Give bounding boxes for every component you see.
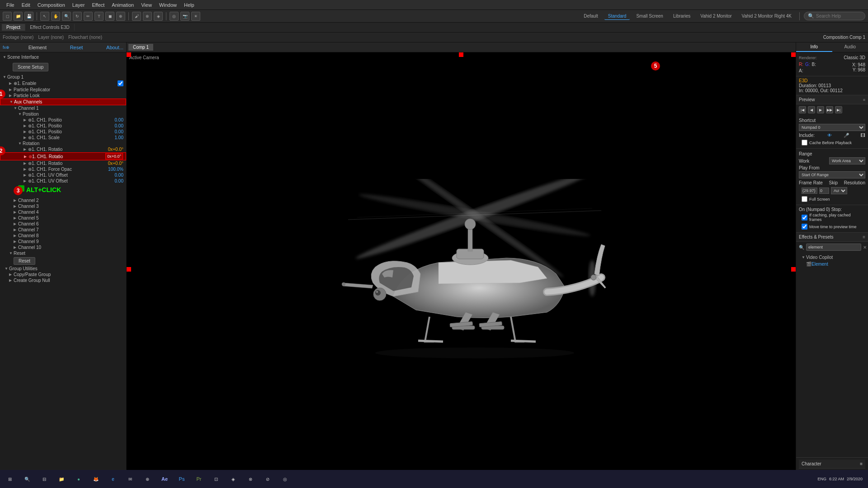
channel9-item[interactable]: ▶ Channel 9 [0, 239, 126, 244]
search-taskbar-btn[interactable]: 🔍 [19, 471, 35, 487]
menu-file[interactable]: File [3, 2, 18, 8]
res-select[interactable]: Auto [831, 187, 847, 194]
explorer-btn[interactable]: 📁 [53, 471, 70, 487]
shape-tool[interactable]: ◼ [105, 12, 114, 21]
menu-help[interactable]: Help [180, 2, 198, 8]
menu-layer[interactable]: Layer [69, 2, 89, 8]
app5-btn[interactable]: ⊘ [259, 471, 276, 487]
open-btn[interactable]: 📁 [14, 12, 23, 21]
camera-tool[interactable]: 📷 [180, 12, 189, 21]
fullscreen-checkbox[interactable] [802, 196, 807, 202]
prev-back-btn[interactable]: ◀ [808, 106, 815, 113]
particle-look-item[interactable]: ▶ Particle Look [0, 93, 126, 99]
shortcut-select[interactable]: Numpad 0 [799, 124, 865, 131]
rotation-item[interactable]: ▼ Rotation [0, 141, 126, 146]
search-box[interactable]: 🔍 [804, 12, 865, 20]
menu-animation[interactable]: Animation [108, 2, 137, 8]
channel10-item[interactable]: ▶ Channel 10 [0, 244, 126, 250]
channel4-item[interactable]: ▶ Channel 4 [0, 209, 126, 215]
new-project-btn[interactable]: ◻ [3, 12, 12, 21]
text-tool[interactable]: T [94, 12, 104, 21]
workspace-default[interactable]: Default [580, 13, 602, 19]
reset-link[interactable]: Reset [70, 45, 83, 50]
force-opacity-item[interactable]: ▶ ⊕ 1. CH1. Force Opac 100.0% [0, 166, 126, 172]
copy-paste-item[interactable]: ▶ Copy/Paste Group [0, 272, 126, 277]
light-tool[interactable]: ☀ [191, 12, 200, 21]
group1-item[interactable]: ▼ Group 1 [0, 74, 126, 80]
brush-tool[interactable]: 🖌 [132, 12, 141, 21]
ps-btn[interactable]: Ps [174, 471, 190, 487]
about-link[interactable]: About... [106, 45, 123, 50]
skip-input[interactable] [819, 188, 829, 194]
select-tool[interactable]: ↖ [40, 12, 49, 21]
pen-tool[interactable]: ✏ [84, 12, 93, 21]
scene-interface-item[interactable]: ▼ Scene Interface [0, 54, 126, 60]
firefox-btn[interactable]: 🦊 [88, 471, 104, 487]
tab-effects-controls[interactable]: Effect Controls E3D [25, 24, 75, 31]
app6-btn[interactable]: ◎ [277, 471, 293, 487]
eraser-tool[interactable]: ◈ [154, 12, 163, 21]
if-caching-checkbox[interactable] [802, 215, 807, 221]
workspace-standard[interactable]: Standard [604, 13, 630, 20]
search-input[interactable] [816, 14, 861, 19]
reset-button[interactable]: Reset [14, 257, 35, 265]
comp1-tab[interactable]: Comp 1 [128, 44, 154, 51]
char-menu-icon[interactable]: ≡ [860, 461, 863, 466]
enable-checkbox[interactable] [118, 80, 123, 86]
group-utilities-item[interactable]: ▼ Group Utilities [0, 266, 126, 272]
prev-play-btn[interactable]: ▶ [817, 106, 824, 113]
effects-menu-icon[interactable]: ≡ [863, 235, 865, 239]
audio-tab[interactable]: Audio [832, 42, 868, 52]
include-icon3[interactable]: 🎞 [861, 133, 865, 138]
uv-offset-u-item[interactable]: ▶ ⊕ 1. CH1. UV Offset 0.00 [0, 172, 126, 178]
app4-btn[interactable]: ⊗ [242, 471, 259, 487]
channel3-item[interactable]: ▶ Channel 3 [0, 203, 126, 209]
app1-btn[interactable]: ⊕ [139, 471, 156, 487]
effects-search-input[interactable] [806, 244, 861, 251]
include-icon1[interactable]: 👁 [827, 133, 832, 138]
rot-z-item[interactable]: ▶ ⊕ 1. CH1. Rotatio 0x+0.0° [0, 160, 126, 166]
hand-tool[interactable]: ✋ [51, 12, 60, 21]
prev-first-btn[interactable]: |◀ [799, 106, 806, 113]
scene-setup-button[interactable]: Scene Setup [13, 63, 48, 71]
rot-y-item[interactable]: ▶ ⊕ 1. CH1. Rotatio 0x+0.0° [0, 152, 126, 160]
pos-y-item[interactable]: ▶ ⊕ 1. CH1. Positio 0.00 [0, 123, 126, 129]
channel8-item[interactable]: ▶ Channel 8 [0, 233, 126, 239]
preview-menu-icon[interactable]: ≡ [863, 98, 865, 102]
reset-section-item[interactable]: ▼ Reset [0, 250, 126, 256]
menu-composition[interactable]: Composition [34, 2, 69, 8]
pos-z-item[interactable]: ▶ ⊕ 1. CH1. Positio 0.00 [0, 129, 126, 135]
mail-btn[interactable]: ✉ [122, 471, 138, 487]
clone-tool[interactable]: ⊗ [143, 12, 152, 21]
viewport[interactable]: Active Camera [127, 52, 796, 486]
particle-replicator-item[interactable]: ▶ Particle Replicator [0, 87, 126, 93]
rotate-tool[interactable]: ↻ [73, 12, 82, 21]
save-btn[interactable]: 💾 [24, 12, 33, 21]
scale-item[interactable]: ▶ ⊕ 1. CH1. Scale 1.00 [0, 135, 126, 141]
aux-channels-item[interactable]: ▼ Aux Channels [0, 99, 126, 105]
workspace-libraries[interactable]: Libraries [670, 13, 694, 19]
play-from-select[interactable]: Start Of Range [799, 171, 865, 178]
prev-last-btn[interactable]: ▶| [835, 106, 842, 113]
workspace-vahid2-4k[interactable]: Vahid 2 Monitor Right 4K [738, 13, 795, 19]
task-view-btn[interactable]: ⊟ [36, 471, 52, 487]
workspace-vahid2[interactable]: Vahid 2 Monitor [697, 13, 735, 19]
work-select[interactable]: Work Area [829, 157, 865, 164]
app2-btn[interactable]: ⊡ [208, 471, 224, 487]
include-icon2[interactable]: 🎤 [844, 133, 849, 138]
workspace-small[interactable]: Small Screen [632, 13, 666, 19]
menu-effect[interactable]: Effect [88, 2, 108, 8]
menu-view[interactable]: View [137, 2, 156, 8]
uv-offset-v-item[interactable]: ▶ ⊕ 1. CH1. UV Offset 0.00 [0, 178, 126, 184]
channel7-item[interactable]: ▶ Channel 7 [0, 227, 126, 233]
ie-btn[interactable]: e [105, 471, 121, 487]
position-item[interactable]: ▼ Position [0, 111, 126, 117]
element-fx-item[interactable]: 🎬 Element [799, 260, 865, 268]
channel5-item[interactable]: ▶ Channel 5 [0, 215, 126, 221]
menu-edit[interactable]: Edit [18, 2, 34, 8]
channel1-item[interactable]: ▼ Channel 1 [0, 105, 126, 111]
enable-item[interactable]: ▶ ⊕ 1. Enable [0, 80, 126, 87]
rot-x-item[interactable]: ▶ ⊕ 1. CH1. Rotatio 0x+0.0° [0, 146, 126, 152]
zoom-tool[interactable]: 🔍 [62, 12, 71, 21]
puppet-tool[interactable]: ⊕ [116, 12, 125, 21]
